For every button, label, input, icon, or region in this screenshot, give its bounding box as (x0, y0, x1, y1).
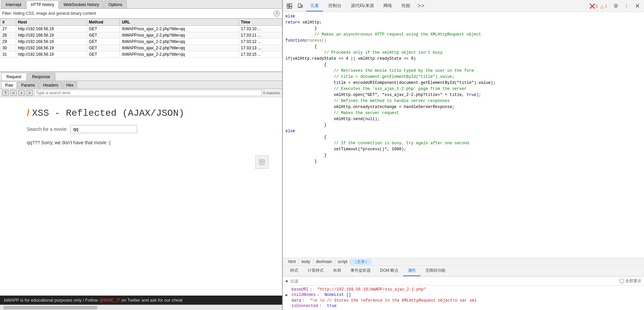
devtools-popout-icon[interactable]: ⋮ (622, 1, 631, 11)
svg-rect-8 (302, 5, 303, 7)
devtools-more-tabs[interactable]: >> (416, 2, 427, 9)
col-header-id[interactable]: # (0, 19, 16, 26)
code-line: // Defines the method to handle server r… (283, 98, 644, 104)
footer-link[interactable]: @MME_IT (99, 298, 120, 303)
table-row[interactable]: 29http://192.168.56.19GET/bWAPP/xss_ajax… (0, 39, 282, 45)
breadcrumb-item[interactable]: div#main (313, 259, 335, 264)
search-input[interactable] (34, 90, 262, 96)
page-title-text: XSS - Reflected (AJAX/JSON) (32, 108, 184, 118)
prop-list: baseURI: "http://192.168.56.19/bWAPP/xss… (283, 286, 644, 310)
devtools-bottom-tab[interactable]: 属性 (403, 266, 421, 276)
search-help-button[interactable]: ? (2, 90, 9, 96)
show-all-label: 全部显示 (625, 278, 641, 284)
devtools-bottom-tab[interactable]: 计算样式 (303, 266, 328, 276)
error-count: 1 (596, 4, 598, 8)
prop-item: baseURI: "http://192.168.56.19/bWAPP/xss… (285, 287, 641, 292)
devtools-bottom-tab[interactable]: DOM 断点 (375, 266, 403, 276)
tab-response[interactable]: Response (27, 73, 55, 81)
prop-value: "http://192.168.56.19/bWAPP/xss_ajax_2-1… (317, 287, 426, 292)
col-header-host[interactable]: Host (16, 19, 87, 26)
svg-rect-6 (289, 7, 292, 8)
code-line: // title = document.getElementById("titl… (283, 74, 644, 80)
code-line: // Makes an asynchronous HTTP request us… (283, 32, 644, 38)
show-all-properties[interactable]: 全部显示 (620, 278, 641, 284)
http-history-table: # Host Method URL Time 27http://192.168.… (0, 18, 282, 58)
warn-icon: △ (600, 3, 604, 9)
table-row[interactable]: 27http://192.168.56.19GET/bWAPP/xss_ajax… (0, 26, 282, 32)
code-line: { (283, 134, 644, 140)
bottom-scrollbar[interactable] (0, 305, 282, 310)
prop-filter-input[interactable] (290, 279, 618, 283)
page-icon (255, 155, 269, 169)
left-panel: Intercept HTTP history WebSockets histor… (0, 0, 283, 310)
devtools-close-icon[interactable]: ✕ (633, 1, 642, 11)
subtab-raw[interactable]: Raw (1, 82, 17, 89)
search-next-button[interactable]: > (26, 90, 33, 96)
show-all-checkbox[interactable] (620, 279, 624, 283)
tab-options[interactable]: Options (104, 1, 126, 8)
prop-value: "\n \n // Stores the reference to the XM… (310, 298, 477, 303)
prop-item: data: "\n \n // Stores the reference to … (285, 298, 641, 303)
tab-websockets-history[interactable]: WebSockets history (59, 1, 104, 8)
table-row[interactable]: 28http://192.168.56.19GET/bWAPP/xss_ajax… (0, 32, 282, 39)
movie-search-input[interactable] (70, 125, 137, 133)
code-line: else (283, 128, 644, 134)
code-line: if(xmlHttp.readyState == 4 || xmlHttp.re… (283, 56, 644, 62)
breadcrumb-item[interactable]: body (299, 259, 313, 264)
filter-bar: Filter: Hiding CSS, image and general bi… (0, 9, 282, 18)
code-area: else return xmlHttp; } // Makes an async… (283, 12, 644, 258)
breadcrumb-item[interactable]: （文本） (350, 259, 372, 265)
devtools-tab-network[interactable]: 网络 (379, 1, 396, 11)
tab-intercept[interactable]: Intercept (1, 1, 26, 8)
search-bar: ? < + > 0 matches (0, 89, 282, 97)
devtools-tab-sources[interactable]: 源代码/来源 (347, 1, 378, 11)
burp-footer: bWAPP is for educational purposes only /… (0, 296, 282, 305)
warn-count: 1 (605, 4, 607, 8)
subtab-params[interactable]: Params (17, 82, 39, 89)
title-slash: / (27, 107, 30, 118)
code-line: return xmlHttp; (283, 19, 644, 25)
filter-icon: ♣ (285, 279, 288, 283)
prop-expand-icon[interactable]: ▶ (285, 293, 290, 298)
col-header-method[interactable]: Method (87, 19, 119, 26)
filter-help-button[interactable]: ? (273, 10, 280, 17)
devtools-bottom-tab[interactable]: 布局 (328, 266, 346, 276)
search-add-button[interactable]: + (18, 90, 25, 96)
code-line: xmlHttp.onreadystatechange = handleServe… (283, 104, 644, 110)
footer-text: bWAPP is for educational purposes only /… (4, 298, 98, 303)
subtab-headers[interactable]: Headers (39, 82, 62, 89)
breadcrumb-item[interactable]: script (335, 259, 351, 264)
prop-item: ▶childNodes: NodeList [] (285, 292, 641, 298)
scrollbar-thumb[interactable] (3, 306, 97, 309)
svg-rect-0 (259, 159, 265, 165)
devtools-tab-performance[interactable]: 性能 (397, 1, 414, 11)
svg-rect-5 (289, 4, 292, 6)
devtools-bottom-tabs: 样式计算样式布局事件监听器DOM 断点属性无障碍功能 (283, 266, 644, 276)
devtools-bottom-tab[interactable]: 事件监听器 (346, 266, 375, 276)
devtools-tab-elements[interactable]: 元素 (306, 1, 323, 11)
table-row[interactable]: 30http://192.168.56.19GET/bWAPP/xss_ajax… (0, 45, 282, 51)
devtools-topbar: 元素 控制台 源代码/来源 网络 性能 >> ❌ 1 △ 1 ⚙ ⋮ ✕ (283, 0, 644, 12)
search-prev-button[interactable]: < (10, 90, 17, 96)
devtools-bottom-tab[interactable]: 样式 (285, 266, 303, 276)
subtab-hex[interactable]: Hex (63, 82, 77, 89)
filter-text: Filter: Hiding CSS, image and general bi… (2, 11, 273, 16)
devtools-settings-icon[interactable]: ⚙ (611, 1, 621, 11)
tab-request[interactable]: Request (1, 73, 26, 81)
tab-http-history[interactable]: HTTP history (26, 1, 59, 9)
code-line: { (283, 44, 644, 50)
code-line: { (283, 62, 644, 68)
code-line: setTimeout("process()", 1000); (283, 146, 644, 152)
code-line: // Proceeds only if the xmlHttp object i… (283, 50, 644, 56)
breadcrumb-item[interactable]: html (285, 259, 299, 264)
devtools-device-icon[interactable] (296, 1, 305, 11)
devtools-inspect-icon[interactable] (285, 1, 294, 11)
prop-value: true (327, 304, 337, 308)
table-row[interactable]: 31http://192.168.56.19GET/bWAPP/xss_ajax… (0, 51, 282, 58)
col-header-url[interactable]: URL (120, 19, 239, 26)
devtools-bottom-tab[interactable]: 无障碍功能 (421, 266, 450, 276)
devtools-tab-console[interactable]: 控制台 (324, 1, 345, 11)
properties-panel: ♣ 全部显示 baseURI: "http://192.168.56.19/bW… (283, 276, 644, 310)
code-line: // Retrieves the movie title typed by th… (283, 68, 644, 74)
col-header-time[interactable]: Time (239, 19, 282, 26)
